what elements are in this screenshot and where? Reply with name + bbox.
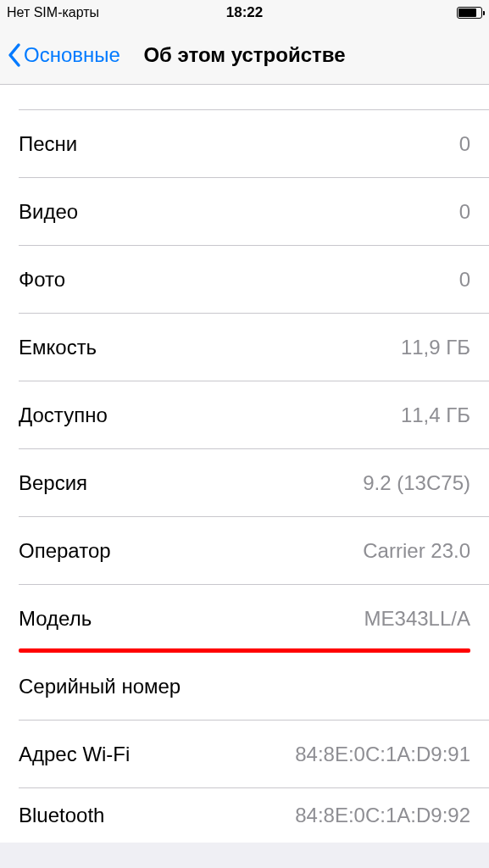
back-button[interactable]: Основные [7, 42, 120, 68]
status-battery [453, 7, 482, 19]
row-value: Carrier 23.0 [363, 539, 470, 563]
row-model[interactable]: Модель ME343LL/A [0, 585, 489, 653]
row-wifi-address[interactable]: Адрес Wi-Fi 84:8E:0C:1A:D9:91 [0, 721, 489, 788]
row-label: Оператор [19, 539, 111, 563]
row-label: Bluetooth [19, 804, 104, 827]
back-label: Основные [24, 43, 120, 67]
row-value: 0 [459, 268, 470, 292]
row-capacity[interactable]: Емкость 11,9 ГБ [0, 314, 489, 381]
row-label: Емкость [19, 336, 97, 359]
row-value: 84:8E:0C:1A:D9:91 [295, 743, 470, 766]
status-time: 18:22 [226, 4, 263, 21]
row-value: 0 [459, 200, 470, 224]
navigation-bar: Основные Об этом устройстве [0, 25, 489, 85]
row-label: Фото [19, 268, 65, 292]
row-songs[interactable]: Песни 0 [0, 110, 489, 178]
row-label: Песни [19, 132, 77, 156]
row-value: 84:8E:0C:1A:D9:92 [295, 804, 470, 827]
page-title: Об этом устройстве [143, 43, 345, 67]
row-value: 9.2 (13C75) [363, 471, 470, 495]
row-bluetooth[interactable]: Bluetooth 84:8E:0C:1A:D9:92 [0, 788, 489, 843]
row-value: 11,9 ГБ [401, 336, 470, 359]
row-label: Модель [19, 607, 92, 631]
chevron-left-icon [7, 42, 22, 68]
row-value: ME343LL/A [364, 607, 470, 631]
row-version[interactable]: Версия 9.2 (13C75) [0, 449, 489, 517]
row-videos[interactable]: Видео 0 [0, 178, 489, 246]
row-label: Версия [19, 471, 87, 495]
row-label: Видео [19, 200, 78, 224]
row-serial[interactable]: Серийный номер [0, 653, 489, 721]
row-label: Доступно [19, 403, 108, 427]
row-value: 0 [459, 132, 470, 156]
about-list: Песни 0 Видео 0 Фото 0 Емкость 11,9 ГБ Д… [0, 85, 489, 843]
status-carrier: Нет SIM-карты [7, 5, 99, 20]
row-photos[interactable]: Фото 0 [0, 246, 489, 314]
row-carrier[interactable]: Оператор Carrier 23.0 [0, 517, 489, 585]
row-network-partial[interactable] [0, 85, 489, 110]
status-bar: Нет SIM-карты 18:22 [0, 0, 489, 25]
battery-icon [457, 7, 482, 19]
row-available[interactable]: Доступно 11,4 ГБ [0, 381, 489, 449]
row-value: 11,4 ГБ [401, 403, 470, 427]
row-label: Адрес Wi-Fi [19, 743, 130, 766]
row-label: Серийный номер [19, 675, 181, 698]
